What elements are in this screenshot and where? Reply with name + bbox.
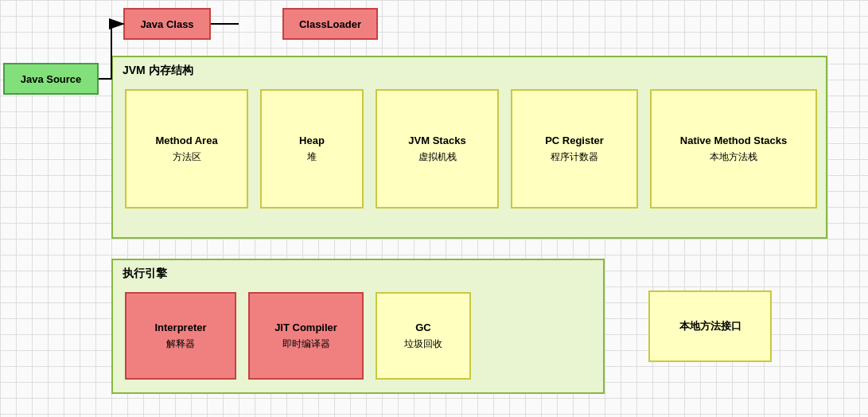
gc-box: GC 垃圾回收 xyxy=(376,292,471,380)
method-area-box: Method Area 方法区 xyxy=(125,89,248,208)
jvm-stacks-en: JVM Stacks xyxy=(408,133,465,150)
exec-engine-label: 执行引擎 xyxy=(123,267,167,281)
native-stacks-en: Native Method Stacks xyxy=(680,133,787,150)
java-class-box: Java Class xyxy=(123,8,211,40)
method-area-en: Method Area xyxy=(155,133,217,150)
exec-engine-box: 执行引擎 Interpreter 解释器 JIT Compiler 即时编译器 … xyxy=(111,259,605,394)
native-interface-label: 本地方法接口 xyxy=(679,319,741,333)
java-source-label: Java Source xyxy=(21,73,82,85)
jvm-stacks-box: JVM Stacks 虚拟机栈 xyxy=(376,89,499,208)
jvm-memory-box: JVM 内存结构 Method Area 方法区 Heap 堆 JVM Stac… xyxy=(111,56,827,239)
jit-zh: 即时编译器 xyxy=(282,337,330,352)
jvm-memory-label: JVM 内存结构 xyxy=(123,64,193,78)
interpreter-box: Interpreter 解释器 xyxy=(125,292,236,380)
heap-zh: 堆 xyxy=(307,150,317,165)
gc-zh: 垃圾回收 xyxy=(404,337,442,352)
classloader-label: ClassLoader xyxy=(299,18,361,30)
pc-register-en: PC Register xyxy=(545,133,604,150)
java-source-box: Java Source xyxy=(3,63,99,95)
jit-compiler-box: JIT Compiler 即时编译器 xyxy=(248,292,364,380)
native-interface-box: 本地方法接口 xyxy=(648,290,772,362)
interpreter-zh: 解释器 xyxy=(166,337,195,352)
heap-en: Heap xyxy=(299,133,325,150)
gc-en: GC xyxy=(415,320,431,337)
jvm-stacks-zh: 虚拟机栈 xyxy=(418,150,457,165)
jit-en: JIT Compiler xyxy=(274,320,337,337)
method-area-zh: 方法区 xyxy=(173,150,201,165)
native-stacks-zh: 本地方法栈 xyxy=(710,150,757,165)
java-class-label: Java Class xyxy=(140,18,193,30)
pc-register-zh: 程序计数器 xyxy=(551,150,598,165)
interpreter-en: Interpreter xyxy=(154,320,206,337)
native-stacks-box: Native Method Stacks 本地方法栈 xyxy=(650,89,817,208)
pc-register-box: PC Register 程序计数器 xyxy=(511,89,638,208)
heap-box: Heap 堆 xyxy=(260,89,364,208)
classloader-box: ClassLoader xyxy=(282,8,378,40)
diagram-container: Java Source Java Class ClassLoader JVM 内… xyxy=(0,0,868,417)
